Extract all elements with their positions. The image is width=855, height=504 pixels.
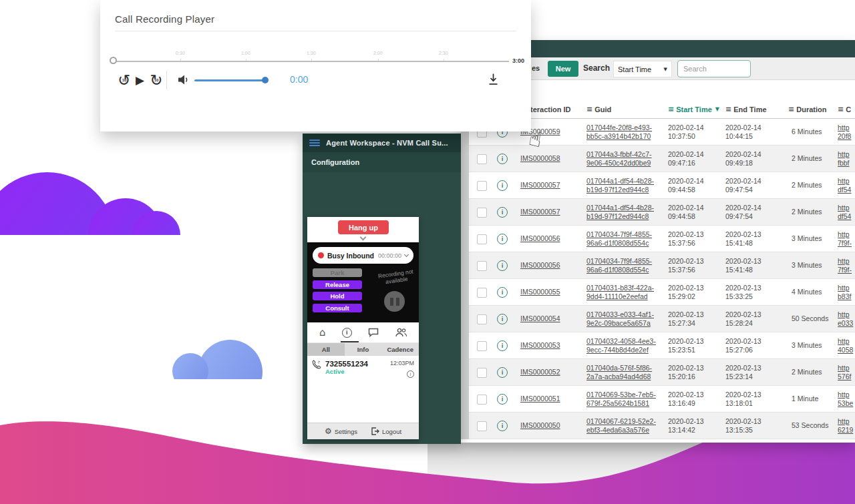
call-state-label: Active <box>325 368 386 375</box>
guid-link[interactable]: 017044a1-df54-4b28-b19d-97f12ed944c8 <box>586 177 668 195</box>
info-icon[interactable]: i <box>497 340 508 351</box>
info-tab-icon[interactable]: i <box>342 328 352 338</box>
guid-link[interactable]: 01704034-7f9f-4855-96a6-d1f0808d554c <box>586 257 668 275</box>
interaction-id-link[interactable]: IMS0000055 <box>520 288 560 296</box>
search-field-dropdown[interactable]: Start Time ▼ <box>613 61 672 77</box>
info-icon[interactable]: i <box>497 234 508 244</box>
info-icon[interactable]: i <box>497 260 508 271</box>
row-checkbox[interactable] <box>477 314 487 324</box>
interaction-id-link[interactable]: IMS0000054 <box>520 314 560 322</box>
seek-track[interactable] <box>114 61 509 62</box>
start-time-cell: 2020-02-1315:20:16 <box>668 364 725 382</box>
guid-link[interactable]: 017044a3-fbbf-42c7-9e06-450c42dd0be9 <box>586 150 668 168</box>
column-header-guid[interactable]: ≡Guid <box>586 105 668 113</box>
recording-url-link[interactable]: httpdf54 <box>838 177 855 195</box>
guid-link[interactable]: 01704031-b83f-422a-9dd4-11110e2eefad <box>586 284 668 302</box>
tab-all[interactable]: All <box>307 343 345 356</box>
duration-cell: 3 Minutes <box>788 234 838 244</box>
recording-url-link[interactable]: httpdf54 <box>838 204 855 222</box>
column-header-end-time[interactable]: ≡End Time <box>725 105 788 113</box>
download-icon[interactable] <box>488 73 499 85</box>
guid-link[interactable]: 01704032-4058-4ee3-9ecc-744b8d4de2ef <box>586 337 668 355</box>
column-header-duration[interactable]: ≡Duration <box>788 105 838 113</box>
info-icon[interactable]: i <box>497 421 508 431</box>
row-checkbox[interactable] <box>477 421 487 431</box>
guid-link[interactable]: 01704069-53be-7eb5-679f-25a5624b1581 <box>586 391 668 409</box>
interaction-id-link[interactable]: IMS0000056 <box>520 261 560 269</box>
settings-button[interactable]: ⚙ Settings <box>325 427 357 436</box>
row-checkbox[interactable] <box>477 395 487 405</box>
pause-recording-button[interactable] <box>384 291 405 312</box>
start-time-cell: 2020-02-1410:37:50 <box>668 123 725 142</box>
recording-url-link[interactable]: http53be <box>838 391 855 409</box>
interaction-id-link[interactable]: IMS0000052 <box>520 368 560 376</box>
row-checkbox[interactable] <box>477 181 487 191</box>
info-icon[interactable]: i <box>497 180 508 191</box>
agent-status-pill[interactable]: Busy Inbound 00:00:00 <box>313 247 413 264</box>
info-icon[interactable]: i <box>497 394 508 405</box>
interaction-id-link[interactable]: IMS0000057 <box>520 208 560 216</box>
recording-url-link[interactable]: httpe033 <box>838 310 855 328</box>
row-checkbox[interactable] <box>477 261 487 271</box>
hang-up-button[interactable]: Hang up <box>338 220 389 234</box>
guid-link[interactable]: 01704034-7f9f-4855-96a6-d1f0808d554c <box>586 230 668 248</box>
guid-link[interactable]: 017040da-576f-5f86-2a7a-acba94ad4d68 <box>586 364 668 382</box>
info-icon[interactable]: i <box>497 207 508 218</box>
chat-icon[interactable] <box>368 328 379 337</box>
row-checkbox[interactable] <box>477 341 487 351</box>
info-icon[interactable]: i <box>497 314 508 324</box>
hamburger-menu-icon[interactable] <box>309 140 320 147</box>
volume-slider-handle[interactable] <box>262 77 269 83</box>
collapse-chevron-icon[interactable] <box>360 234 367 241</box>
tab-info[interactable]: Info <box>345 343 382 356</box>
info-icon[interactable]: i <box>497 154 508 164</box>
volume-slider-track[interactable] <box>194 79 265 81</box>
configuration-section-label[interactable]: Configuration <box>303 152 461 172</box>
tab-cadence[interactable]: Cadence <box>381 343 419 356</box>
guid-link[interactable]: 017044fe-20f8-e493-bb5c-a3914b42b170 <box>586 123 668 142</box>
row-checkbox[interactable] <box>477 154 487 164</box>
row-checkbox[interactable] <box>477 234 487 244</box>
seek-handle[interactable] <box>110 57 117 64</box>
park-button[interactable]: Park <box>313 268 362 277</box>
column-header-link[interactable]: ≡C <box>838 105 855 113</box>
release-button[interactable]: Release <box>313 280 362 289</box>
play-button[interactable]: ▶ <box>136 73 144 87</box>
column-header-start-time[interactable]: ≡Start Time▼ <box>668 105 725 113</box>
contacts-icon[interactable] <box>395 328 407 337</box>
guid-link[interactable]: 01704067-6219-52e2-ebf3-4eda6a3a576e <box>586 417 668 435</box>
interaction-id-link[interactable]: IMS0000051 <box>520 395 560 403</box>
call-info-icon[interactable]: i <box>407 370 414 378</box>
recording-url-link[interactable]: http6219 <box>838 417 855 435</box>
recording-url-link[interactable]: http576f <box>838 364 855 382</box>
home-icon[interactable]: ⌂ <box>319 326 326 338</box>
new-button[interactable]: New <box>548 61 578 77</box>
search-input[interactable] <box>677 60 751 77</box>
interaction-id-link[interactable]: IMS0000056 <box>520 234 560 242</box>
row-checkbox[interactable] <box>477 288 487 298</box>
recording-url-link[interactable]: http7f9f- <box>838 230 855 248</box>
softphone-body: ⌂ i All Info Cadence <box>307 322 419 423</box>
row-checkbox[interactable] <box>477 368 487 378</box>
interaction-id-link[interactable]: IMS0000053 <box>520 341 560 349</box>
guid-link[interactable]: 01704033-e033-4af1-9e2c-09bace5a657a <box>586 310 668 328</box>
recording-url-link[interactable]: http4058 <box>838 337 855 355</box>
interaction-id-link[interactable]: IMS0000058 <box>520 154 560 162</box>
rewind-10-button[interactable]: ↺10 <box>116 72 132 88</box>
recording-url-link[interactable]: http7f9f- <box>838 257 855 275</box>
volume-icon[interactable] <box>178 74 190 85</box>
forward-10-button[interactable]: ↻10 <box>148 72 164 88</box>
guid-link[interactable]: 017044a1-df54-4b28-b19d-97f12ed944c8 <box>586 204 668 222</box>
interaction-id-link[interactable]: IMS0000050 <box>520 421 560 429</box>
recording-url-link[interactable]: httpfbbf <box>838 150 855 168</box>
logout-button[interactable]: Logout <box>371 427 401 435</box>
hold-button[interactable]: Hold <box>313 292 362 300</box>
info-icon[interactable]: i <box>497 287 508 298</box>
row-checkbox[interactable] <box>477 208 487 218</box>
consult-button[interactable]: Consult <box>313 304 362 312</box>
recording-url-link[interactable]: http20f8 <box>838 123 855 142</box>
recording-url-link[interactable]: httpb83f <box>838 284 855 302</box>
interaction-id-link[interactable]: IMS0000057 <box>520 181 560 189</box>
info-icon[interactable]: i <box>497 367 508 378</box>
active-call-list-item[interactable]: 7325551234 Active 12:03PM i <box>307 356 419 381</box>
